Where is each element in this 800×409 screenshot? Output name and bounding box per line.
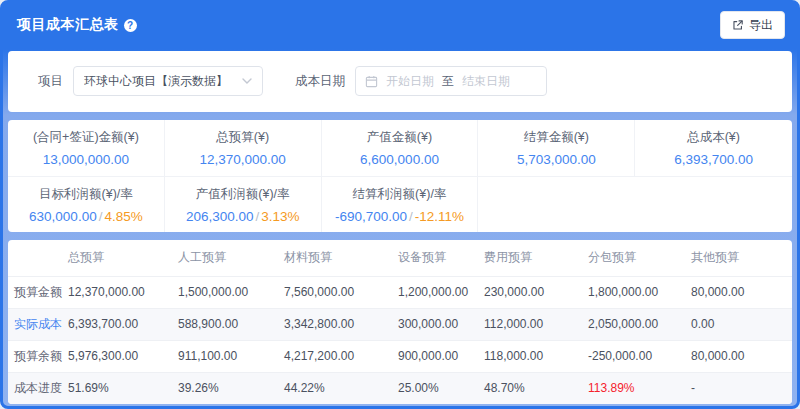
- row-label-cost-progress: 成本进度: [8, 372, 62, 404]
- page-title: 项目成本汇总表: [17, 16, 119, 34]
- date-range-separator: 至: [442, 73, 454, 90]
- summary-card-output-profit: 产值利润额(¥)/率 206,300.00/3.13%: [165, 176, 322, 232]
- table-row-actual-cost: 实际成本 6,393,700.00 588,900.00 3,342,800.0…: [8, 308, 792, 340]
- col-header-empty: [8, 240, 62, 276]
- header-bar: 项目成本汇总表 ? 导出: [3, 3, 797, 47]
- table-row-budget-amount: 预算金额 12,370,000.00 1,500,000.00 7,560,00…: [8, 276, 792, 308]
- col-header-material-budget: 材料预算: [278, 240, 392, 276]
- calendar-icon: [365, 75, 378, 88]
- col-header-other-budget: 其他预算: [685, 240, 792, 276]
- project-select[interactable]: 环球中心项目【演示数据】: [73, 66, 263, 96]
- row-label-budget-balance: 预算余额: [8, 340, 62, 372]
- summary-card-target-profit: 目标利润额(¥)/率 630,000.00/4.85%: [8, 176, 165, 232]
- summary-card-total-budget: 总预算(¥) 12,370,000.00: [165, 120, 322, 176]
- summary-card-total-cost: 总成本(¥) 6,393,700.00: [635, 120, 792, 176]
- project-filter-label: 项目: [38, 66, 63, 96]
- budget-table: 总预算 人工预算 材料预算 设备预算 费用预算 分包预算 其他预算 预算金额 1…: [8, 240, 792, 404]
- col-header-labor-budget: 人工预算: [172, 240, 278, 276]
- project-cost-summary-window: 项目成本汇总表 ? 导出 项目 环球中心项目【演示数据】 成本日期: [0, 0, 800, 409]
- chevron-down-icon: [242, 78, 252, 84]
- budget-table-panel: 总预算 人工预算 材料预算 设备预算 费用预算 分包预算 其他预算 预算金额 1…: [8, 240, 792, 404]
- col-header-subcontract-budget: 分包预算: [582, 240, 685, 276]
- col-header-equipment-budget: 设备预算: [392, 240, 478, 276]
- help-icon[interactable]: ?: [124, 19, 137, 32]
- summary-cards: (合同+签证)金额(¥) 13,000,000.00 总预算(¥) 12,370…: [8, 120, 792, 232]
- end-date-placeholder: 结束日期: [462, 73, 510, 90]
- project-select-value: 环球中心项目【演示数据】: [84, 73, 242, 90]
- cost-date-filter-label: 成本日期: [295, 66, 345, 96]
- summary-card-output-amount: 产值金额(¥) 6,600,000.00: [322, 120, 479, 176]
- col-header-expense-budget: 费用预算: [478, 240, 582, 276]
- summary-card-empty: [478, 176, 792, 232]
- col-header-total-budget: 总预算: [62, 240, 172, 276]
- row-label-budget-amount: 预算金额: [8, 276, 62, 308]
- summary-card-settlement-amount: 结算金额(¥) 5,703,000.00: [478, 120, 635, 176]
- row-label-actual-cost-link[interactable]: 实际成本: [8, 308, 62, 340]
- export-button-label: 导出: [749, 17, 773, 34]
- cost-date-range-input[interactable]: 开始日期 至 结束日期: [355, 66, 547, 96]
- summary-card-settlement-profit: 结算利润额(¥)/率 -690,700.00/-12.11%: [322, 176, 479, 232]
- export-button[interactable]: 导出: [720, 11, 785, 39]
- table-row-cost-progress: 成本进度 51.69% 39.26% 44.22% 25.00% 48.70% …: [8, 372, 792, 404]
- start-date-placeholder: 开始日期: [386, 73, 434, 90]
- filter-panel: 项目 环球中心项目【演示数据】 成本日期 开始日期 至 结束日期: [8, 51, 792, 112]
- table-header-row: 总预算 人工预算 材料预算 设备预算 费用预算 分包预算 其他预算: [8, 240, 792, 276]
- cost-progress-overrun-value: 113.89%: [582, 372, 685, 404]
- export-icon: [732, 19, 744, 31]
- summary-card-contract-amount: (合同+签证)金额(¥) 13,000,000.00: [8, 120, 165, 176]
- table-row-budget-balance: 预算余额 5,976,300.00 911,100.00 4,217,200.0…: [8, 340, 792, 372]
